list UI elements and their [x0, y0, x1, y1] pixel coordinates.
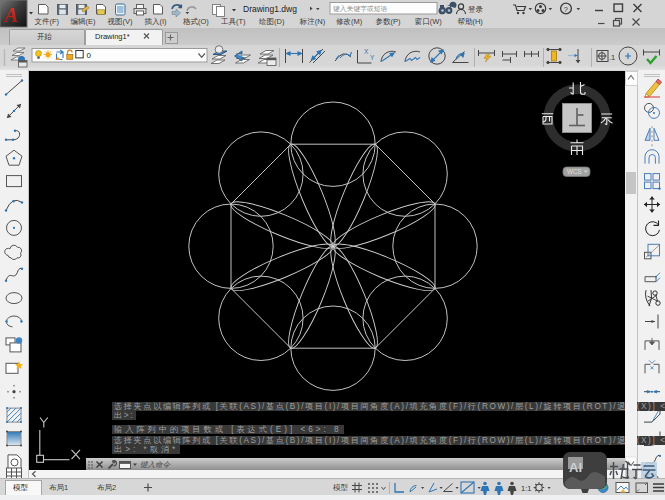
svg-text:?: ? — [564, 5, 569, 14]
svg-text:Drawing1.dwg: Drawing1.dwg — [243, 4, 297, 14]
svg-text:Y: Y — [370, 54, 375, 61]
svg-text:A: A — [2, 3, 18, 27]
svg-text:WCS: WCS — [567, 168, 582, 175]
svg-text:1:1: 1:1 — [521, 484, 531, 493]
svg-text:.1: .1 — [609, 53, 615, 62]
svg-text:0: 0 — [87, 51, 92, 60]
svg-text:AI: AI — [569, 460, 582, 475]
svg-text:X: X — [364, 48, 369, 55]
